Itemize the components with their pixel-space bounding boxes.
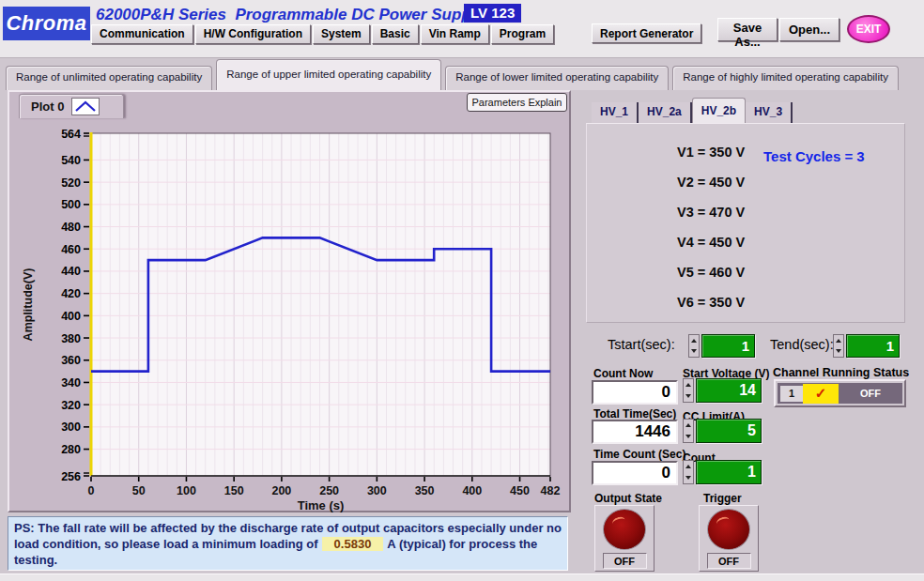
svg-text:300: 300 <box>61 420 81 434</box>
svg-text:420: 420 <box>61 287 81 300</box>
count-now-field: 0 <box>592 380 678 405</box>
voltage-value-v6: V6 = 350 V <box>677 295 745 310</box>
time-count-field: 0 <box>592 461 678 485</box>
test-cycles-label: Test Cycles = 3 <box>763 148 865 164</box>
channel-running-status-control[interactable]: 1 ✓ OFF <box>774 379 906 407</box>
range-tab-range-of-highly-limited-operating-capability[interactable]: Range of highly limited operating capabi… <box>672 66 899 90</box>
output-state-button[interactable]: OFF <box>594 505 654 572</box>
svg-text:100: 100 <box>177 484 196 497</box>
plot-legend-line-icon <box>71 98 100 115</box>
svg-text:540: 540 <box>61 154 81 167</box>
save-as-button[interactable]: Save As... <box>717 18 778 41</box>
app-window: Chroma 62000P&H Series Programmable DC P… <box>0 0 924 581</box>
total-time-field: 1446 <box>592 420 678 444</box>
plot-legend-label: Plot 0 <box>31 99 64 114</box>
range-tab-range-of-lower-limited-operating-capability[interactable]: Range of lower limited operating capabil… <box>445 66 669 90</box>
header-bar: Chroma 62000P&H Series Programmable DC P… <box>0 0 924 58</box>
parameters-explain-button[interactable]: Parameters Explain <box>467 93 567 112</box>
svg-text:400: 400 <box>61 310 81 323</box>
menu-bar: CommunicationH/W ConfigurationSystemBasi… <box>91 24 554 44</box>
menu-program[interactable]: Program <box>491 24 554 44</box>
hv-tab-hv-2b[interactable]: HV_2b <box>692 98 746 123</box>
exit-button[interactable]: EXIT <box>847 15 890 43</box>
channel-running-status-label: Channel Running Status <box>773 366 909 379</box>
report-generator-button[interactable]: Report Generator <box>592 23 701 43</box>
bottom-strip <box>0 573 924 581</box>
svg-text:Amplitude(V): Amplitude(V) <box>22 268 35 342</box>
hv-tab-hv-1[interactable]: HV_1 <box>592 102 639 123</box>
range-tab-range-of-upper-limited-operating-capability[interactable]: Range of upper limited operating capabil… <box>216 59 441 90</box>
trigger-lamp-icon <box>707 509 750 550</box>
voltage-value-v4: V4 = 450 V <box>677 235 745 250</box>
channel-number-cell: 1 <box>780 386 803 402</box>
time-count-label: Time Count (Sec) <box>593 448 685 461</box>
hv-tab-hv-2a[interactable]: HV_2a <box>639 102 692 123</box>
svg-text:460: 460 <box>61 243 81 256</box>
svg-text:500: 500 <box>61 198 81 211</box>
svg-text:360: 360 <box>61 354 81 367</box>
svg-text:450: 450 <box>510 484 530 497</box>
start-voltage-spinner[interactable] <box>683 378 694 403</box>
menu-basic[interactable]: Basic <box>372 24 419 44</box>
voltage-value-v2: V2 = 450 V <box>677 175 745 190</box>
svg-text:200: 200 <box>271 484 291 497</box>
menu-communication[interactable]: Communication <box>91 24 193 44</box>
voltage-value-v1: V1 = 350 V <box>677 145 745 160</box>
channel-status-strip: 1 ✓ OFF <box>778 383 902 404</box>
waveform-chart: 2562803003203403603804004204404604805005… <box>9 92 573 514</box>
output-state-lamp-icon <box>603 509 646 550</box>
tend-input[interactable]: 1 <box>846 334 900 358</box>
trigger-button[interactable]: OFF <box>699 505 759 572</box>
total-time-label: Total Time(Sec) <box>593 407 676 420</box>
svg-text:520: 520 <box>61 176 81 190</box>
note-highlight-value: 0.5830 <box>322 537 384 551</box>
range-tab-bar: Range of unlimited operating capabilityR… <box>6 58 899 90</box>
output-state-value: OFF <box>603 553 647 569</box>
cc-limit-spinner[interactable] <box>683 419 694 443</box>
svg-text:480: 480 <box>61 221 81 234</box>
tstart-spinner[interactable] <box>688 334 700 358</box>
tstart-input[interactable]: 1 <box>701 334 755 358</box>
menu-system[interactable]: System <box>313 24 370 44</box>
chroma-logo: Chroma <box>3 7 90 40</box>
count-input[interactable]: 1 <box>696 460 762 484</box>
start-voltage-input[interactable]: 14 <box>696 378 762 403</box>
hv-tab-hv-3[interactable]: HV_3 <box>746 102 793 123</box>
channel-status-value: OFF <box>839 388 902 399</box>
svg-text:Time (s): Time (s) <box>298 498 345 512</box>
cc-limit-input[interactable]: 5 <box>696 419 762 443</box>
svg-text:482: 482 <box>541 484 561 497</box>
svg-text:320: 320 <box>61 399 81 412</box>
svg-text:340: 340 <box>61 376 81 390</box>
range-tab-range-of-unlimited-operating-capability[interactable]: Range of unlimited operating capability <box>6 66 212 90</box>
output-state-label: Output State <box>594 492 662 505</box>
tstart-label: Tstart(sec): <box>608 337 675 352</box>
svg-text:150: 150 <box>224 484 244 497</box>
svg-text:50: 50 <box>132 484 146 497</box>
svg-text:300: 300 <box>367 484 387 497</box>
channel-check-icon: ✓ <box>803 384 839 404</box>
voltage-value-v5: V5 = 460 V <box>677 265 745 280</box>
trigger-label: Trigger <box>703 492 742 505</box>
plot-legend[interactable]: Plot 0 <box>19 94 124 118</box>
tend-spinner[interactable] <box>833 334 844 358</box>
tend-label: Tend(sec): <box>770 337 834 352</box>
svg-text:280: 280 <box>61 443 81 456</box>
ps-note: PS: The fall rate will be affected by th… <box>8 516 568 571</box>
hv-tab-bar: HV_1HV_2aHV_2bHV_3 <box>592 98 793 123</box>
count-spinner[interactable] <box>683 460 694 484</box>
voltage-value-v3: V3 = 470 V <box>677 205 745 220</box>
app-title: 62000P&H Series Programmable DC Power Su… <box>96 6 485 24</box>
svg-text:350: 350 <box>415 484 435 497</box>
lv-version-badge: LV 123 <box>464 4 521 23</box>
count-now-label: Count Now <box>593 367 653 380</box>
svg-text:380: 380 <box>61 332 81 345</box>
svg-text:0: 0 <box>88 484 95 497</box>
svg-text:256: 256 <box>61 470 81 483</box>
svg-text:400: 400 <box>462 484 482 497</box>
svg-text:440: 440 <box>61 265 81 278</box>
open-button[interactable]: Open... <box>779 18 839 41</box>
menu-h-w-configuration[interactable]: H/W Configuration <box>195 24 311 44</box>
plot-panel: 2562803003203403603804004204404604805005… <box>8 90 571 512</box>
menu-vin-ramp[interactable]: Vin Ramp <box>421 24 489 44</box>
